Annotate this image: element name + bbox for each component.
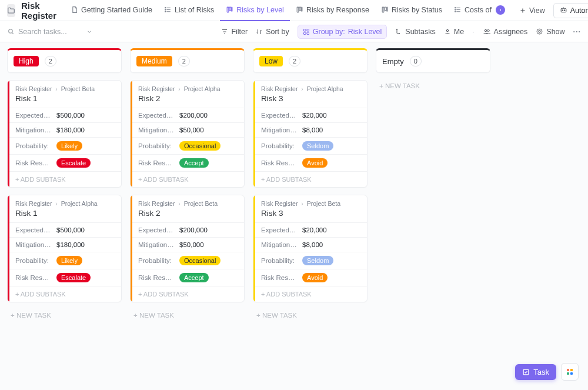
probability-tag: Occasional bbox=[179, 256, 220, 265]
new-task-button[interactable]: + NEW TASK bbox=[130, 309, 245, 321]
view-icon bbox=[454, 6, 462, 14]
svg-rect-8 bbox=[302, 7, 302, 11]
field-label-expected-cost: Expected Cost bbox=[15, 226, 52, 234]
field-label-mitigation-cost: Mitigation Cost bbox=[15, 126, 52, 134]
field-value-mitigation-cost: $8,000 bbox=[302, 126, 323, 134]
view-icon bbox=[71, 6, 78, 14]
task-card[interactable]: Risk Register › Project Beta Risk 2 Expe… bbox=[130, 195, 245, 302]
probability-tag: Likely bbox=[56, 256, 82, 265]
group-by-value: Risk Level bbox=[348, 28, 382, 36]
field-label-mitigation-cost: Mitigation Cost bbox=[261, 126, 298, 134]
field-label-probability: Probability: bbox=[261, 257, 298, 264]
breadcrumb: Risk Register › Project Beta bbox=[9, 81, 121, 92]
chevron-right-icon: › bbox=[55, 200, 58, 207]
more-views-chip[interactable] bbox=[496, 5, 505, 15]
column-level-label: High bbox=[14, 56, 39, 66]
column-low: Low 2 Risk Register › Project Alpha Risk… bbox=[253, 48, 368, 321]
response-tag: Avoid bbox=[302, 273, 328, 282]
view-tab-label: Risks by Response bbox=[306, 6, 369, 14]
view-tab-costs-of[interactable]: Costs of bbox=[448, 0, 511, 21]
new-task-fab[interactable]: Task bbox=[515, 364, 556, 380]
add-subtask-button[interactable]: + ADD SUBTASK bbox=[255, 286, 367, 302]
field-label-risk-response: Risk Response bbox=[261, 274, 298, 281]
svg-rect-9 bbox=[382, 7, 384, 12]
column-header[interactable]: High 2 bbox=[7, 48, 122, 73]
more-options-button[interactable]: ··· bbox=[573, 28, 581, 36]
probability-tag: Likely bbox=[56, 141, 82, 151]
field-label-risk-response: Risk Response bbox=[261, 159, 298, 166]
chevron-right-icon: › bbox=[301, 85, 303, 92]
add-subtask-button[interactable]: + ADD SUBTASK bbox=[132, 286, 244, 302]
view-tab-list-of-risks[interactable]: List of Risks bbox=[158, 0, 220, 21]
task-title: Risk 1 bbox=[9, 207, 121, 222]
assignees-button[interactable]: Assignees bbox=[483, 28, 528, 36]
automate-label: Automate bbox=[570, 6, 588, 15]
automate-button[interactable]: Automate bbox=[553, 3, 588, 18]
response-tag: Escalate bbox=[56, 273, 91, 282]
new-task-button[interactable]: + NEW TASK bbox=[376, 80, 490, 92]
task-card[interactable]: Risk Register › Project Beta Risk 3 Expe… bbox=[253, 195, 368, 302]
floating-actions: Task bbox=[515, 363, 579, 381]
new-task-fab-label: Task bbox=[533, 368, 549, 376]
column-header[interactable]: Low 2 bbox=[253, 48, 368, 73]
page-title: Risk Register bbox=[21, 1, 56, 21]
view-tab-label: Getting Started Guide bbox=[81, 6, 152, 14]
svg-rect-7 bbox=[299, 7, 301, 10]
breadcrumb-project: Project Beta bbox=[307, 200, 340, 207]
task-title: Risk 2 bbox=[132, 207, 244, 222]
subtasks-button[interactable]: Subtasks bbox=[395, 28, 435, 36]
folder-icon[interactable] bbox=[7, 4, 15, 17]
field-label-risk-response: Risk Response bbox=[138, 274, 175, 281]
svg-point-21 bbox=[9, 29, 12, 34]
me-button[interactable]: Me bbox=[444, 28, 464, 36]
view-tab-risks-by-status[interactable]: Risks by Status bbox=[375, 0, 448, 21]
breadcrumb: Risk Register › Project Alpha bbox=[132, 81, 244, 92]
response-tag: Avoid bbox=[302, 158, 328, 168]
field-label-mitigation-cost: Mitigation Cost bbox=[15, 241, 52, 248]
svg-rect-11 bbox=[387, 7, 387, 11]
field-label-expected-cost: Expected Cost bbox=[138, 112, 175, 119]
svg-point-28 bbox=[446, 29, 449, 32]
apps-fab[interactable] bbox=[561, 363, 579, 381]
task-card[interactable]: Risk Register › Project Alpha Risk 3 Exp… bbox=[253, 80, 368, 188]
view-tab-risks-by-level[interactable]: Risks by Level bbox=[220, 0, 290, 21]
column-header[interactable]: Medium 2 bbox=[130, 48, 245, 73]
search-input[interactable] bbox=[18, 28, 83, 36]
column-header[interactable]: Empty 0 bbox=[376, 48, 490, 73]
show-button[interactable]: Show bbox=[536, 28, 564, 36]
svg-rect-3 bbox=[227, 7, 229, 12]
probability-tag: Occasional bbox=[179, 141, 220, 151]
sort-button[interactable]: Sort by bbox=[256, 28, 289, 36]
group-by-button[interactable]: Group by: Risk Level bbox=[298, 25, 387, 39]
response-tag: Accept bbox=[179, 273, 209, 282]
task-card[interactable]: Risk Register › Project Alpha Risk 1 Exp… bbox=[7, 195, 122, 302]
add-view-button[interactable]: View bbox=[513, 6, 551, 15]
new-task-button[interactable]: + NEW TASK bbox=[7, 309, 122, 321]
view-tab-getting-started-guide[interactable]: Getting Started Guide bbox=[65, 0, 158, 21]
field-value-expected-cost: $20,000 bbox=[302, 112, 327, 119]
breadcrumb-root: Risk Register bbox=[15, 200, 52, 207]
task-title: Risk 1 bbox=[9, 92, 121, 108]
view-tab-risks-by-response[interactable]: Risks by Response bbox=[290, 0, 375, 21]
task-card[interactable]: Risk Register › Project Alpha Risk 2 Exp… bbox=[130, 80, 245, 188]
add-subtask-button[interactable]: + ADD SUBTASK bbox=[9, 171, 121, 187]
field-value-mitigation-cost: $180,000 bbox=[56, 126, 85, 134]
add-subtask-button[interactable]: + ADD SUBTASK bbox=[132, 171, 244, 187]
field-value-expected-cost: $200,000 bbox=[179, 226, 208, 234]
task-card[interactable]: Risk Register › Project Beta Risk 1 Expe… bbox=[7, 80, 122, 188]
search-caret-icon[interactable] bbox=[86, 29, 92, 35]
field-value-mitigation-cost: $50,000 bbox=[179, 241, 204, 248]
search-icon bbox=[7, 28, 15, 35]
filter-button[interactable]: Filter bbox=[221, 28, 248, 36]
add-subtask-button[interactable]: + ADD SUBTASK bbox=[9, 286, 121, 302]
field-value-expected-cost: $20,000 bbox=[302, 226, 327, 234]
breadcrumb-project: Project Alpha bbox=[184, 85, 220, 92]
breadcrumb-project: Project Beta bbox=[61, 85, 95, 92]
svg-rect-25 bbox=[307, 32, 309, 35]
new-task-button[interactable]: + NEW TASK bbox=[253, 309, 368, 321]
svg-point-32 bbox=[539, 31, 540, 32]
add-subtask-button[interactable]: + ADD SUBTASK bbox=[255, 171, 367, 187]
svg-rect-23 bbox=[307, 29, 309, 31]
breadcrumb: Risk Register › Project Alpha bbox=[9, 195, 121, 207]
svg-point-16 bbox=[562, 10, 563, 11]
